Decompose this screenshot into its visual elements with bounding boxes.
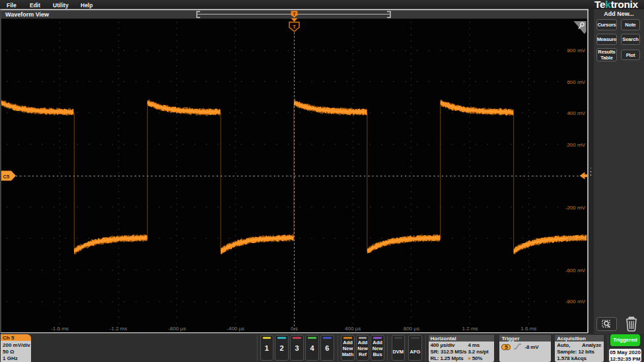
svg-text:-600 mV: -600 mV (565, 268, 586, 273)
svg-text:600 mV: 600 mV (567, 79, 585, 85)
svg-text:Waveform View: Waveform View (5, 11, 50, 18)
svg-text:-1.2 ms: -1.2 ms (110, 326, 127, 332)
svg-text:1.2 ms: 1.2 ms (462, 326, 478, 332)
svg-text:800 mV: 800 mV (567, 48, 585, 54)
svg-text:-800 mV: -800 mV (565, 299, 586, 305)
svg-text:-1.6 ms: -1.6 ms (51, 326, 69, 332)
svg-text:1.6 ms: 1.6 ms (520, 326, 536, 332)
svg-text:200 mV: 200 mV (567, 142, 585, 148)
svg-text:400 µs: 400 µs (345, 326, 361, 332)
svg-text:-200 mV: -200 mV (565, 205, 586, 211)
svg-text:-800 µs: -800 µs (168, 326, 186, 332)
svg-text:C5: C5 (3, 174, 10, 180)
svg-text:T: T (293, 12, 296, 17)
svg-text:800 µs: 800 µs (404, 326, 419, 332)
svg-text:400 mV: 400 mV (567, 110, 585, 116)
svg-text:-400 µs: -400 µs (227, 326, 244, 332)
svg-text:T: T (293, 24, 296, 30)
svg-text:-400 mV: -400 mV (565, 236, 586, 242)
